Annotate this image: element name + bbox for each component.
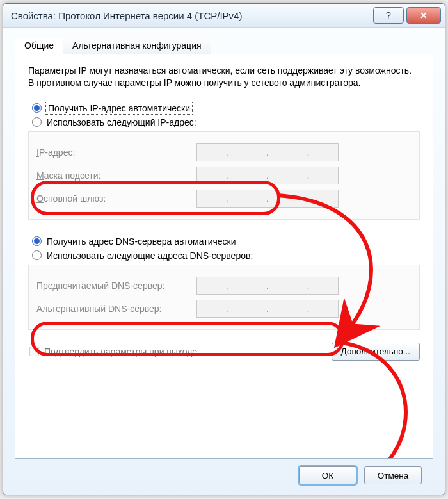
tab-strip: Общие Альтернативная конфигурация xyxy=(15,37,433,54)
radio-ip-auto-row: Получить IP-адрес автоматически xyxy=(32,103,420,113)
ip-address-label: IP-адрес: xyxy=(36,147,196,158)
tab-general[interactable]: Общие xyxy=(15,37,63,54)
dns-fields: Предпочитаемый DNS-сервер: ... Альтернат… xyxy=(28,265,420,330)
radio-ip-manual[interactable] xyxy=(32,117,42,127)
dialog-footer: ОК Отмена xyxy=(15,459,433,484)
cancel-button[interactable]: Отмена xyxy=(364,466,422,484)
gateway-input: ... xyxy=(196,190,339,208)
ok-button[interactable]: ОК xyxy=(299,466,356,484)
subnet-mask-input: ... xyxy=(196,167,339,184)
advanced-button[interactable]: Дополнительно... xyxy=(332,343,420,361)
radio-dns-manual[interactable] xyxy=(32,250,42,260)
tab-alternate[interactable]: Альтернативная конфигурация xyxy=(63,37,211,54)
subnet-mask-label: Маска подсети: xyxy=(36,170,196,181)
dns-pref-label: Предпочитаемый DNS-сервер: xyxy=(36,281,196,291)
radio-dns-manual-label[interactable]: Использовать следующие адреса DNS-сервер… xyxy=(47,250,253,261)
ip-fields: IP-адрес: ... Маска подсети: ... Основно… xyxy=(28,131,420,220)
close-button[interactable]: ✕ xyxy=(406,7,441,24)
help-button[interactable]: ? xyxy=(373,7,404,24)
dialog-window: Свойства: Протокол Интернета версии 4 (T… xyxy=(3,3,445,495)
window-title: Свойства: Протокол Интернета версии 4 (T… xyxy=(11,10,371,21)
radio-ip-auto[interactable] xyxy=(32,103,42,113)
dns-alt-label: Альтернативный DNS-сервер: xyxy=(36,304,196,314)
titlebar: Свойства: Протокол Интернета версии 4 (T… xyxy=(3,4,445,28)
intro-text: Параметры IP могут назначаться автоматич… xyxy=(28,65,420,89)
dns-pref-input: ... xyxy=(196,277,339,295)
validate-row: Подтвердить параметры при выходе Дополни… xyxy=(28,343,420,361)
validate-label: Подтвердить параметры при выходе xyxy=(44,347,197,357)
radio-dns-manual-row: Использовать следующие адреса DNS-сервер… xyxy=(32,250,420,261)
radio-ip-manual-row: Использовать следующий IP-адрес: xyxy=(32,117,420,127)
radio-ip-manual-label[interactable]: Использовать следующий IP-адрес: xyxy=(47,117,196,127)
radio-dns-auto-label[interactable]: Получить адрес DNS-сервера автоматически xyxy=(47,236,236,247)
radio-ip-auto-label[interactable]: Получить IP-адрес автоматически xyxy=(47,103,191,113)
tab-panel-general: Параметры IP могут назначаться автоматич… xyxy=(15,54,433,459)
gateway-label: Основной шлюз: xyxy=(36,193,196,204)
ip-address-input: ... xyxy=(196,143,339,161)
dns-alt-input: ... xyxy=(196,300,339,318)
radio-dns-auto-row: Получить адрес DNS-сервера автоматически xyxy=(32,236,420,247)
radio-dns-auto[interactable] xyxy=(32,236,42,246)
validate-checkbox[interactable] xyxy=(29,347,39,356)
